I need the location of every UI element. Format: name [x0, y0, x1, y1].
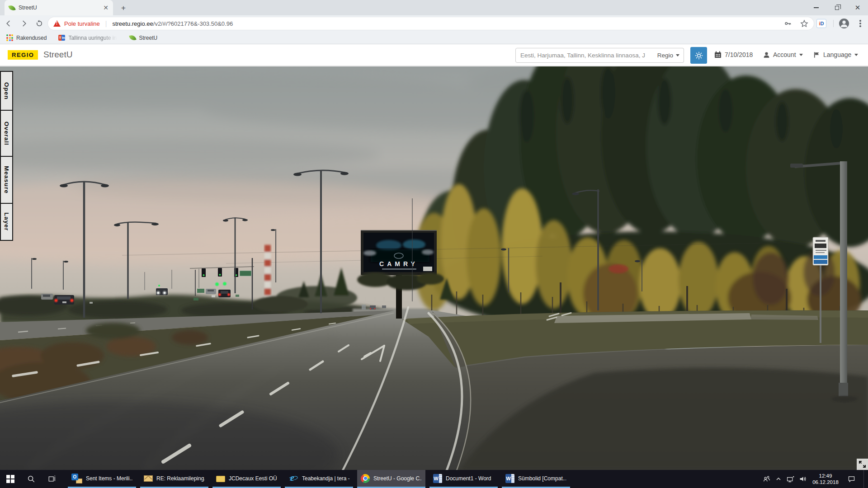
tab-layer[interactable]: Layer — [0, 203, 13, 241]
screen: StreetU ✕ + ✕ Pole turvaline | streetu. — [0, 0, 868, 488]
start-button[interactable] — [0, 470, 21, 488]
url-separator: | — [105, 20, 107, 27]
date-value: 7/10/2018 — [725, 51, 753, 58]
folder-icon — [216, 476, 225, 482]
speaker-icon[interactable] — [799, 475, 807, 483]
tray-date: 06.12.2018 — [811, 479, 840, 485]
browser-toolbar: Pole turvaline | streetu.regio.ee/v2/#/?… — [0, 15, 868, 32]
chevron-up-icon[interactable] — [775, 475, 782, 483]
fullscreen-button[interactable] — [857, 459, 868, 470]
browser-menu-button[interactable] — [856, 19, 865, 28]
window-controls: ✕ — [806, 0, 868, 15]
envelope-icon — [144, 475, 153, 482]
apps-grid-icon — [6, 34, 13, 41]
language-menu[interactable]: Language — [814, 51, 858, 58]
tab-open[interactable]: Open — [0, 71, 13, 111]
new-tab-button[interactable]: + — [118, 3, 128, 13]
reload-button[interactable] — [33, 17, 46, 30]
calendar-icon — [714, 51, 722, 58]
taskbar-app-chrome[interactable]: StreetU - Google C... — [357, 470, 425, 488]
action-center-icon[interactable] — [847, 475, 856, 483]
bookmark-label: StreetU — [139, 35, 157, 41]
language-label: Language — [823, 51, 851, 58]
task-view-button[interactable] — [42, 470, 62, 488]
window-close-button[interactable]: ✕ — [847, 0, 868, 15]
windows-logo-icon — [6, 475, 14, 483]
street-scene: CAMRY — [0, 66, 868, 470]
security-warning-text[interactable]: Pole turvaline — [64, 20, 100, 27]
url-host: streetu.regio.ee — [112, 20, 153, 27]
url-path: /v2/#/?6021776&-303.50&0.96 — [153, 20, 233, 27]
taskbar-app-folder[interactable]: JCDecaux Eesti OÜ-... — [212, 470, 281, 488]
bookmark-tallinn[interactable]: Tln Tallinna uuringute inf — [58, 35, 118, 41]
task-view-icon — [48, 475, 56, 483]
search-input[interactable] — [515, 48, 654, 63]
leaf-icon — [129, 34, 137, 41]
search-icon — [27, 475, 35, 483]
forward-icon — [20, 19, 28, 28]
browser-tab-streetu[interactable]: StreetU ✕ — [5, 0, 113, 15]
map-tool-tabs: Open Overall Measure Layer — [0, 72, 13, 241]
tab-title: StreetU — [19, 5, 99, 11]
tray-time: 12:49 — [811, 473, 840, 479]
right-verge — [402, 310, 868, 470]
address-bar[interactable]: Pole turvaline | streetu.regio.ee/v2/#/?… — [48, 17, 814, 30]
flag-icon — [814, 52, 820, 58]
daylight-toggle-button[interactable] — [690, 47, 707, 64]
show-desktop-button[interactable] — [863, 470, 865, 488]
bookmarks-bar: Rakendused Tln Tallinna uuringute inf St… — [0, 32, 868, 44]
system-tray: 12:49 06.12.2018 — [763, 470, 868, 488]
password-key-icon[interactable] — [784, 19, 792, 28]
date-picker[interactable]: 7/10/2018 — [714, 51, 753, 58]
street-view-panorama[interactable]: CAMRY — [0, 66, 868, 470]
expand-icon — [859, 460, 866, 468]
network-icon[interactable] — [786, 475, 795, 483]
red-object-in-trees — [609, 264, 628, 273]
taskbar-app-mail[interactable]: RE: Reklaamileping... — [140, 470, 208, 488]
tab-overall[interactable]: Overall — [0, 110, 13, 157]
chevron-down-icon — [799, 54, 803, 56]
taskbar-app-word1[interactable]: W Document1 - Word — [429, 470, 498, 488]
chrome-icon — [361, 474, 370, 483]
bookmark-star-icon[interactable] — [800, 19, 808, 28]
window-restore-button[interactable] — [826, 0, 847, 15]
id-extension-icon[interactable]: iD — [816, 19, 826, 28]
taskbar-search-button[interactable] — [21, 470, 42, 488]
streetu-favicon-leaf-icon — [8, 4, 15, 11]
account-label: Account — [773, 51, 796, 58]
bookmark-label: Tallinna uuringute inf — [68, 35, 118, 41]
profile-avatar[interactable] — [839, 19, 849, 28]
tab-measure[interactable]: Measure — [0, 156, 13, 204]
back-icon — [5, 19, 13, 28]
taskbar-clock[interactable]: 12:49 06.12.2018 — [811, 473, 840, 485]
taskbar-apps: O Sent Items - Merili.... RE: Reklaamile… — [68, 470, 570, 488]
regio-logo[interactable]: REGIO — [8, 50, 38, 60]
windows-taskbar: O Sent Items - Merili.... RE: Reklaamile… — [0, 470, 868, 488]
browser-tabstrip: StreetU ✕ + ✕ — [0, 0, 868, 15]
tab-close-icon[interactable]: ✕ — [103, 5, 108, 11]
security-warning-icon[interactable] — [53, 20, 61, 27]
window-minimize-button[interactable] — [806, 0, 826, 15]
back-button[interactable] — [2, 17, 15, 30]
account-person-icon — [763, 52, 770, 58]
forward-button[interactable] — [17, 17, 31, 30]
billboard-tagline — [382, 268, 416, 270]
internet-explorer-icon: e — [288, 474, 298, 483]
account-menu[interactable]: Account — [763, 51, 803, 58]
page-title: StreetU — [43, 50, 72, 60]
road-sign-green — [240, 271, 251, 276]
app-header: REGIO StreetU Regio — [0, 45, 868, 66]
reload-icon — [35, 19, 43, 28]
chevron-down-icon — [676, 54, 679, 56]
people-icon[interactable] — [763, 475, 771, 483]
bookmark-streetu[interactable]: StreetU — [130, 35, 157, 41]
bookmark-apps[interactable]: Rakendused — [6, 34, 47, 41]
taskbar-app-outlook[interactable]: O Sent Items - Merili.... — [68, 470, 136, 488]
word-icon: W — [433, 474, 442, 483]
outlook-icon: O — [71, 474, 82, 483]
search-provider-button[interactable]: Regio — [653, 48, 684, 63]
taskbar-app-ie[interactable]: e Teabekandja | tera -... — [285, 470, 353, 488]
word-icon: W — [505, 474, 514, 483]
bookmark-label: Rakendused — [16, 35, 47, 41]
taskbar-app-word2[interactable]: W Sümbolid [Compat... — [502, 470, 570, 488]
